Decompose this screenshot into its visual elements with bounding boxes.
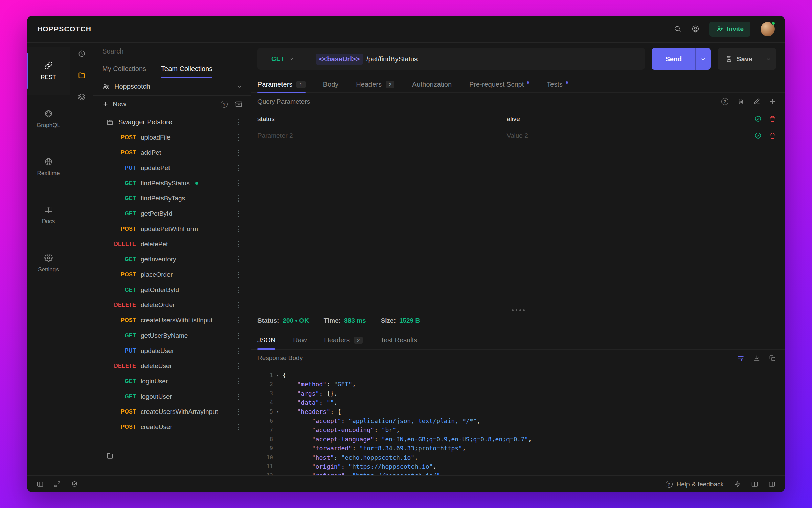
kebab-menu-icon[interactable]: ⋮ — [233, 164, 244, 172]
kebab-menu-icon[interactable]: ⋮ — [233, 256, 244, 263]
request-list-item[interactable]: PUT updateUser ⋮ — [93, 343, 251, 358]
kebab-menu-icon[interactable]: ⋮ — [233, 179, 244, 187]
request-list-item[interactable]: GET getOrderById ⋮ — [93, 282, 251, 297]
kebab-menu-icon[interactable]: ⋮ — [233, 195, 244, 202]
save-options-chevron-icon[interactable] — [761, 48, 776, 70]
archive-icon[interactable] — [235, 101, 242, 108]
panel-left-toggle-icon[interactable] — [37, 481, 44, 488]
kebab-menu-icon[interactable]: ⋮ — [233, 347, 244, 355]
kebab-menu-icon[interactable]: ⋮ — [233, 149, 244, 156]
trash-icon[interactable] — [769, 132, 776, 139]
param-value-input[interactable]: Value 2 — [499, 127, 785, 144]
param-value-input[interactable]: alive — [499, 110, 785, 127]
kebab-menu-icon[interactable]: ⋮ — [233, 271, 244, 278]
splitter-drag-handle[interactable] — [509, 309, 528, 312]
kebab-menu-icon[interactable]: ⋮ — [233, 332, 244, 339]
kebab-menu-icon[interactable]: ⋮ — [233, 378, 244, 385]
save-button[interactable]: Save — [718, 48, 776, 70]
columns-layout-icon[interactable] — [751, 481, 758, 488]
request-list-item[interactable]: DELETE deleteOrder ⋮ — [93, 297, 251, 313]
kebab-menu-icon[interactable]: ⋮ — [233, 362, 244, 370]
kebab-menu-icon[interactable]: ⋮ — [233, 423, 244, 431]
bulk-edit-icon[interactable] — [753, 98, 760, 105]
request-list-item[interactable]: GET getPetById ⋮ — [93, 206, 251, 221]
check-circle-icon[interactable] — [754, 132, 762, 139]
request-list-item[interactable]: GET getUserByName ⋮ — [93, 328, 251, 343]
nav-item-realtime[interactable]: Realtime — [27, 143, 70, 191]
download-icon[interactable] — [753, 355, 760, 362]
request-list-item[interactable]: POST uploadFile ⋮ — [93, 130, 251, 145]
environments-layers-icon[interactable] — [70, 86, 93, 108]
account-circle-icon[interactable] — [692, 25, 699, 33]
interceptor-shield-icon[interactable] — [71, 481, 78, 488]
request-list-item[interactable]: DELETE deletePet ⋮ — [93, 236, 251, 252]
plus-icon[interactable] — [102, 101, 109, 107]
response-tab[interactable]: Test Results — [380, 331, 417, 349]
request-tab[interactable]: Body — [323, 77, 339, 92]
kebab-menu-icon[interactable]: ⋮ — [233, 240, 244, 248]
check-circle-icon[interactable] — [754, 115, 762, 122]
request-list-item[interactable]: GET loginUser ⋮ — [93, 374, 251, 389]
collections-tab[interactable]: Team Collections — [161, 60, 212, 78]
kebab-menu-icon[interactable]: ⋮ — [233, 286, 244, 294]
request-list-item[interactable]: GET logoutUser ⋮ — [93, 389, 251, 404]
request-tab[interactable]: Headers 2 — [356, 77, 394, 92]
kebab-menu-icon[interactable]: ⋮ — [233, 225, 244, 233]
request-list-item[interactable]: POST createUser ⋮ — [93, 419, 251, 435]
expand-icon[interactable] — [54, 481, 61, 488]
kebab-menu-icon[interactable]: ⋮ — [233, 317, 244, 324]
param-key-input[interactable]: Parameter 2 — [251, 127, 499, 144]
response-tab[interactable]: JSON — [257, 331, 275, 349]
request-list-item[interactable]: GET getInventory ⋮ — [93, 252, 251, 267]
collections-search-input[interactable] — [102, 47, 242, 55]
kebab-menu-icon[interactable]: ⋮ — [233, 134, 244, 141]
request-tab[interactable]: Pre-request Script — [469, 77, 529, 92]
shortcuts-zap-icon[interactable] — [734, 481, 741, 488]
response-tab[interactable]: Headers 2 — [324, 331, 363, 349]
collections-folder-icon[interactable] — [70, 64, 93, 86]
param-key-input[interactable]: status — [251, 110, 499, 127]
panel-right-toggle-icon[interactable] — [768, 481, 775, 488]
fold-toggle-icon[interactable]: ▾ — [273, 407, 283, 416]
request-list-item[interactable]: POST placeOrder ⋮ — [93, 267, 251, 282]
kebab-menu-icon[interactable]: ⋮ — [233, 301, 244, 309]
request-list-item[interactable]: POST updatePetWithForm ⋮ — [93, 221, 251, 236]
request-list-item[interactable]: POST createUsersWithArrayInput ⋮ — [93, 404, 251, 419]
url-input[interactable]: <<baseUrl>> /pet/findByStatus — [308, 54, 425, 65]
invite-button[interactable]: Invite — [709, 22, 750, 37]
nav-item-graphql[interactable]: GraphQL — [27, 95, 70, 143]
collections-tab[interactable]: My Collections — [102, 60, 146, 78]
kebab-menu-icon[interactable]: ⋮ — [233, 119, 244, 126]
send-options-chevron-icon[interactable] — [695, 48, 711, 70]
collection-folder[interactable]: Swagger Petstore ⋮ — [93, 114, 251, 130]
history-icon[interactable] — [70, 43, 93, 64]
request-list-item[interactable]: POST addPet ⋮ — [93, 145, 251, 160]
trash-icon[interactable] — [769, 115, 776, 122]
nav-item-settings[interactable]: Settings — [27, 239, 70, 287]
kebab-menu-icon[interactable]: ⋮ — [233, 210, 244, 217]
request-list-item[interactable]: GET findPetsByTags ⋮ — [93, 191, 251, 206]
nav-item-rest[interactable]: REST — [27, 47, 70, 95]
help-feedback-button[interactable]: ? Help & feedback — [666, 481, 724, 488]
method-select[interactable]: GET — [257, 48, 308, 70]
request-list-item[interactable]: POST createUsersWithListInput ⋮ — [93, 313, 251, 328]
avatar[interactable] — [761, 22, 775, 36]
request-tab[interactable]: Parameters 1 — [257, 77, 306, 92]
help-icon[interactable]: ? — [721, 98, 728, 105]
request-list-item[interactable]: GET findPetsByStatus ⋮ — [93, 175, 251, 191]
new-collection-label[interactable]: New — [113, 100, 126, 108]
delete-all-trash-icon[interactable] — [737, 98, 744, 105]
copy-icon[interactable] — [769, 355, 776, 362]
request-tab[interactable]: Authorization — [412, 77, 452, 92]
kebab-menu-icon[interactable]: ⋮ — [233, 408, 244, 416]
search-icon[interactable] — [674, 25, 681, 33]
add-param-plus-icon[interactable] — [769, 98, 776, 105]
help-icon[interactable]: ? — [221, 101, 228, 108]
request-list-item[interactable]: DELETE deleteUser ⋮ — [93, 358, 251, 374]
collection-folder-partial[interactable] — [93, 448, 251, 463]
wrap-lines-icon[interactable] — [737, 355, 744, 362]
team-selector[interactable]: Hoppscotch — [93, 78, 251, 96]
send-button[interactable]: Send — [652, 48, 711, 70]
request-tab[interactable]: Tests — [547, 77, 568, 92]
request-list-item[interactable]: PUT updatePet ⋮ — [93, 160, 251, 175]
